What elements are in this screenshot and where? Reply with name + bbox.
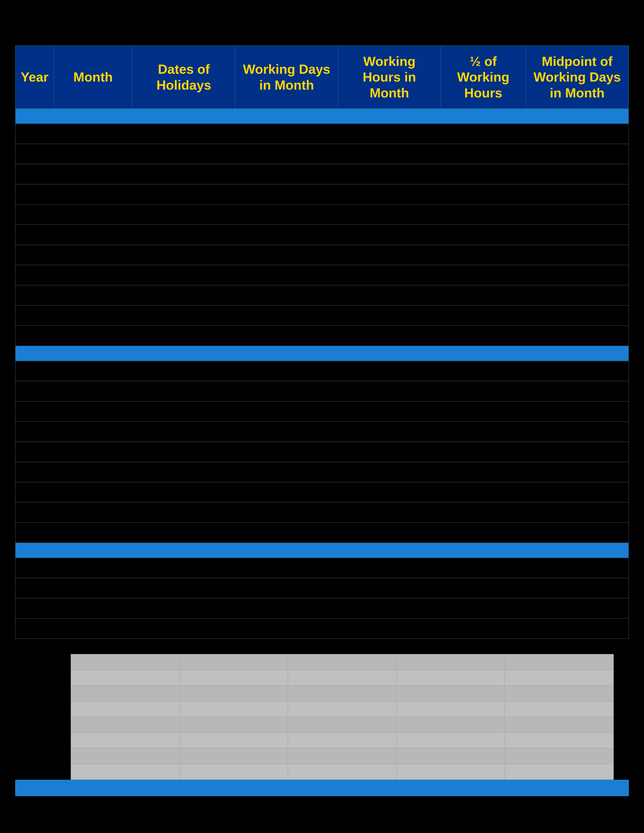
- gray-table: [71, 654, 614, 780]
- data-cell: [15, 618, 629, 638]
- gray-table-row: [71, 654, 613, 670]
- table-row: [15, 578, 629, 598]
- gray-cell: [505, 717, 613, 733]
- gray-cell: [288, 717, 396, 733]
- data-cell: [15, 482, 629, 502]
- data-cell: [15, 144, 629, 164]
- gray-cell: [505, 685, 613, 701]
- gray-cell: [180, 654, 288, 670]
- table-row: [15, 306, 629, 326]
- table-row: [15, 285, 629, 306]
- gray-cell: [396, 748, 505, 764]
- gray-cell: [288, 670, 396, 685]
- header-midpoint: Midpoint of Working Days in Month: [526, 46, 629, 109]
- data-cell: [15, 265, 629, 285]
- header-year: Year: [15, 46, 54, 109]
- gray-cell: [180, 685, 288, 701]
- gray-cell: [180, 717, 288, 733]
- gray-cell: [505, 748, 613, 764]
- gray-cell: [180, 670, 288, 685]
- table-row: [15, 265, 629, 285]
- gray-cell: [180, 748, 288, 764]
- gray-cell: [396, 717, 505, 733]
- gray-cell: [288, 748, 396, 764]
- data-cell: [15, 306, 629, 326]
- table-blue-bar-row-3: [15, 543, 629, 558]
- gray-cell: [288, 654, 396, 670]
- blue-bar-cell-2: [15, 346, 629, 361]
- gray-table-row: [71, 748, 613, 764]
- gray-table-row: [71, 685, 613, 701]
- gray-table-row: [71, 670, 613, 685]
- gray-cell: [71, 733, 180, 748]
- gray-cell: [71, 685, 180, 701]
- gray-cell: [288, 733, 396, 748]
- gray-cell: [288, 764, 396, 780]
- data-cell: [15, 421, 629, 442]
- data-cell: [15, 558, 629, 578]
- table-row: [15, 502, 629, 523]
- gray-cell: [288, 701, 396, 717]
- blue-bar-cell-3: [15, 543, 629, 558]
- gray-cell: [505, 670, 613, 685]
- table-row: [15, 245, 629, 265]
- page-container: Year Month Dates of Holidays Working Day…: [0, 0, 644, 833]
- gray-cell: [396, 733, 505, 748]
- gray-cell: [180, 701, 288, 717]
- table-row: [15, 164, 629, 184]
- table-row: [15, 421, 629, 442]
- gray-cell: [396, 654, 505, 670]
- data-cell: [15, 442, 629, 462]
- gray-cell: [505, 764, 613, 780]
- data-cell: [15, 502, 629, 523]
- data-cell: [15, 578, 629, 598]
- gray-cell: [71, 764, 180, 780]
- table-row: [15, 225, 629, 245]
- table-row: [15, 124, 629, 144]
- gray-cell: [396, 701, 505, 717]
- header-month: Month: [54, 46, 132, 109]
- blue-bar-cell-1: [15, 109, 629, 124]
- header-dates-of-holidays: Dates of Holidays: [132, 46, 235, 109]
- data-cell: [15, 245, 629, 265]
- gray-cell: [505, 654, 613, 670]
- gray-cell: [505, 701, 613, 717]
- gray-table-section: [71, 654, 614, 780]
- table-header-row: Year Month Dates of Holidays Working Day…: [15, 46, 629, 109]
- table-row: [15, 462, 629, 482]
- gray-cell: [180, 764, 288, 780]
- gray-table-row: [71, 701, 613, 717]
- table-row: [15, 144, 629, 164]
- table-row: [15, 618, 629, 638]
- gray-cell: [71, 748, 180, 764]
- table-row: [15, 558, 629, 578]
- data-cell: [15, 326, 629, 346]
- data-cell: [15, 124, 629, 144]
- data-cell: [15, 184, 629, 204]
- gray-cell: [396, 670, 505, 685]
- gray-cell: [505, 733, 613, 748]
- table-row: [15, 361, 629, 381]
- data-cell: [15, 462, 629, 482]
- data-cell: [15, 164, 629, 184]
- gray-cell: [396, 685, 505, 701]
- table-row: [15, 381, 629, 401]
- table-row: [15, 401, 629, 421]
- data-cell: [15, 598, 629, 618]
- main-table-section: Year Month Dates of Holidays Working Day…: [15, 45, 629, 639]
- header-working-hours: Working Hours in Month: [338, 46, 441, 109]
- table-row: [15, 442, 629, 462]
- table-row: [15, 523, 629, 543]
- gray-cell: [71, 717, 180, 733]
- gray-cell: [288, 685, 396, 701]
- header-half-working-hours: ½ of Working Hours: [441, 46, 526, 109]
- data-cell: [15, 523, 629, 543]
- table-row: [15, 184, 629, 204]
- gray-cell: [71, 654, 180, 670]
- table-row: [15, 326, 629, 346]
- table-row: [15, 598, 629, 618]
- table-blue-bar-row-1: [15, 109, 629, 124]
- gray-table-row: [71, 733, 613, 748]
- header-working-days: Working Days in Month: [235, 46, 338, 109]
- gray-cell: [71, 701, 180, 717]
